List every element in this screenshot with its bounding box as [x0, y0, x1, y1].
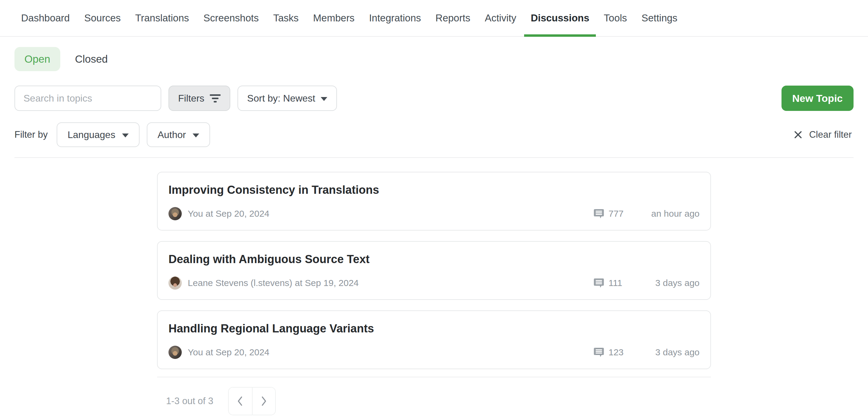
caret-down-icon [122, 133, 129, 137]
avatar [168, 207, 182, 220]
filters-label: Filters [178, 93, 204, 104]
topic-author-line: Leane Stevens (l.stevens) at Sep 19, 202… [188, 278, 359, 288]
pagination-range: 1-3 out of 3 [166, 396, 213, 407]
nav-item-translations[interactable]: Translations [135, 0, 189, 36]
caret-down-icon [321, 97, 327, 101]
list-divider [157, 377, 711, 377]
author-label: Author [158, 129, 186, 140]
last-activity: an hour ago [651, 208, 700, 219]
topic-title[interactable]: Handling Regional Language Variants [168, 322, 700, 336]
topic-author-line: You at Sep 20, 2024 [188, 208, 270, 219]
topic-card[interactable]: Dealing with Ambiguous Source Text Leane… [157, 241, 711, 300]
comment-count: 777 [609, 208, 624, 219]
discussions-page: Dashboard Sources Translations Screensho… [0, 0, 868, 418]
top-navigation: Dashboard Sources Translations Screensho… [0, 0, 868, 37]
last-activity: 3 days ago [655, 278, 700, 288]
avatar [168, 276, 182, 290]
comment-bubble-icon [593, 347, 604, 358]
topic-list: Improving Consistency in Translations Yo… [157, 172, 711, 369]
topic-author-line: You at Sep 20, 2024 [188, 347, 270, 357]
status-tabs: Open Closed [14, 47, 854, 71]
topic-card[interactable]: Improving Consistency in Translations Yo… [157, 172, 711, 230]
nav-item-tools[interactable]: Tools [604, 0, 627, 36]
new-topic-button[interactable]: New Topic [781, 86, 854, 111]
tab-open[interactable]: Open [14, 47, 60, 71]
x-icon [793, 130, 803, 140]
languages-dropdown[interactable]: Languages [57, 122, 139, 147]
comment-count: 111 [609, 278, 622, 288]
topic-title[interactable]: Dealing with Ambiguous Source Text [168, 253, 700, 266]
languages-label: Languages [67, 129, 115, 140]
topic-meta: You at Sep 20, 2024 123 3 days ago [168, 346, 700, 359]
avatar [168, 346, 182, 359]
comment-count: 123 [609, 347, 624, 357]
topic-meta: Leane Stevens (l.stevens) at Sep 19, 202… [168, 276, 700, 290]
nav-item-dashboard[interactable]: Dashboard [21, 0, 70, 36]
filter-bar: Filter by Languages Author Clear filter [14, 122, 854, 147]
tab-closed[interactable]: Closed [65, 47, 118, 71]
nav-item-members[interactable]: Members [313, 0, 355, 36]
comment-count-group: 111 [593, 278, 622, 288]
topic-meta: You at Sep 20, 2024 777 an hour ago [168, 207, 700, 220]
nav-item-reports[interactable]: Reports [435, 0, 470, 36]
clear-filter-button[interactable]: Clear filter [791, 122, 854, 147]
sort-dropdown[interactable]: Sort by: Newest [238, 86, 337, 111]
toolbar: Filters Sort by: Newest New Topic [14, 86, 854, 111]
next-page-button[interactable] [252, 388, 275, 415]
comment-bubble-icon [593, 278, 604, 288]
nav-item-tasks[interactable]: Tasks [273, 0, 299, 36]
comment-count-group: 123 [593, 347, 624, 358]
section-divider [14, 157, 854, 158]
filters-button[interactable]: Filters [168, 86, 230, 111]
filter-lines-icon [210, 94, 221, 102]
nav-item-settings[interactable]: Settings [641, 0, 677, 36]
nav-item-discussions[interactable]: Discussions [531, 0, 589, 36]
chevron-left-icon [237, 396, 244, 407]
search-input[interactable] [14, 86, 161, 111]
topic-card[interactable]: Handling Regional Language Variants You … [157, 311, 711, 369]
previous-page-button[interactable] [229, 388, 252, 415]
comment-bubble-icon [593, 208, 604, 219]
comment-count-group: 777 [593, 208, 624, 219]
filter-by-label: Filter by [14, 122, 48, 147]
author-dropdown[interactable]: Author [147, 122, 210, 147]
clear-filter-label: Clear filter [809, 129, 852, 140]
caret-down-icon [193, 133, 199, 137]
pagination: 1-3 out of 3 [157, 387, 711, 415]
pager-buttons [228, 387, 276, 415]
topic-title[interactable]: Improving Consistency in Translations [168, 183, 700, 197]
chevron-right-icon [260, 396, 267, 407]
nav-item-activity[interactable]: Activity [485, 0, 516, 36]
nav-item-sources[interactable]: Sources [84, 0, 121, 36]
nav-item-screenshots[interactable]: Screenshots [204, 0, 258, 36]
nav-item-integrations[interactable]: Integrations [369, 0, 421, 36]
sort-label: Sort by: Newest [247, 93, 315, 104]
last-activity: 3 days ago [655, 347, 700, 357]
